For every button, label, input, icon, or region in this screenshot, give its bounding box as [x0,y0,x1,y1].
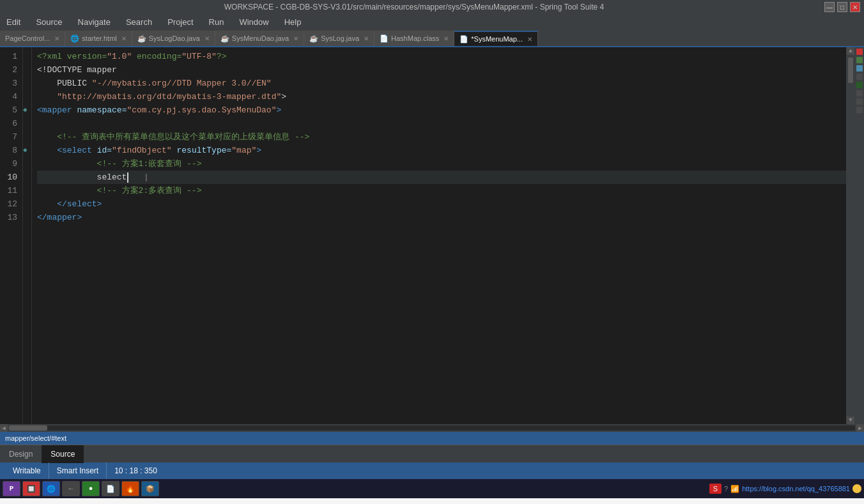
menu-bar: Edit Source Navigate Search Project Run … [0,14,864,29]
tab-syslogdao-icon: ☕ [137,34,146,43]
taskbar-btn-8-icon: 📦 [146,485,155,493]
title-bar-controls: — □ ✕ [824,2,860,12]
menu-navigate[interactable]: Navigate [74,16,114,28]
taskbar-btn-2[interactable]: 🔲 [22,481,40,496]
maximize-button[interactable]: □ [837,2,847,12]
minimize-button[interactable]: — [824,2,835,12]
breadcrumb-bar: mapper/select/#text [0,432,864,445]
menu-source[interactable]: Source [32,16,66,28]
status-smart-insert: Smart Insert [49,462,107,479]
taskbar: P 🔲 🌐 ← ● 📄 🔥 📦 S ? 📶 https://blog.csdn.… [0,479,864,498]
menu-run[interactable]: Run [205,16,228,28]
scroll-up-arrow[interactable]: ▲ [847,47,854,55]
taskbar-btn-2-icon: 🔲 [27,485,36,493]
scroll-right-arrow[interactable]: ▶ [856,424,864,432]
taskbar-btn-6[interactable]: 📄 [102,481,120,496]
panel-icon-red[interactable] [856,49,863,55]
right-side-panel [855,47,864,424]
panel-icon-gray1[interactable] [856,73,863,80]
menu-search[interactable]: Search [122,16,156,28]
taskbar-btn-7[interactable]: 🔥 [121,481,139,496]
line-num-9: 9 [3,157,17,171]
line-num-5: 5 [3,103,17,117]
status-writable: Writable [5,462,49,479]
taskbar-btn-5-icon: ● [89,485,93,493]
bottom-tab-design[interactable]: Design [0,445,42,463]
tab-syslogdao[interactable]: ☕ SysLogDao.java ✕ [132,31,215,46]
status-writable-text: Writable [13,466,41,475]
code-line-1: <?xml version="1.0" encoding="UTF-8"?> [37,50,846,63]
vertical-scrollbar[interactable]: ▲ ▼ [846,47,855,424]
breadcrumb-text: mapper/select/#text [5,434,66,442]
tab-hashmap-close[interactable]: ✕ [444,35,449,42]
tab-sysmenumapper[interactable]: 📄 *SysMenuMap... ✕ [454,31,538,46]
panel-icon-green2[interactable] [856,82,863,88]
tab-syslog-close[interactable]: ✕ [364,35,369,42]
gutter: ◆ ◆ [23,47,32,424]
scroll-down-arrow[interactable]: ▼ [847,416,854,424]
line-num-12: 12 [3,197,17,211]
status-smart-insert-text: Smart Insert [57,466,98,475]
panel-icon-green1[interactable] [856,57,863,63]
status-bar: Writable Smart Insert 10 : 18 : 350 [0,462,864,479]
line-num-1: 1 [3,50,17,63]
code-line-9: <!-- 方案1:嵌套查询 --> [37,157,846,171]
scroll-left-arrow[interactable]: ◀ [0,424,8,432]
tab-syslogdao-close[interactable]: ✕ [204,35,210,42]
taskbar-btn-5[interactable]: ● [82,481,100,496]
code-line-12: </select> [37,197,846,211]
tab-hashmap[interactable]: 📄 HashMap.class ✕ [374,31,454,46]
code-line-10: select | [37,171,846,184]
tab-sysmenudao-icon: ☕ [220,34,229,43]
title-bar: WORKSPACE - CGB-DB-SYS-V3.01/src/main/re… [0,0,864,14]
menu-help[interactable]: Help [281,16,305,28]
tab-sysmenumapper-close[interactable]: ✕ [527,36,532,43]
menu-project[interactable]: Project [164,16,197,28]
line-num-8: 8 [3,144,17,157]
tab-starter-html[interactable]: 🌐 starter.html ✕ [65,31,132,46]
h-scrollbar-thumb[interactable] [9,425,47,431]
tab-sysmenumapper-icon: 📄 [459,35,468,43]
code-line-7: <!-- 查询表中所有菜单信息以及这个菜单对应的上级菜单信息 --> [37,130,846,144]
tab-syslog[interactable]: ☕ SysLog.java ✕ [304,31,374,46]
tab-sysmenudao-label: SysMenuDao.java [232,34,289,42]
title-bar-text: WORKSPACE - CGB-DB-SYS-V3.01/src/main/re… [4,3,824,11]
taskbar-csdn-icon: S [709,484,721,494]
panel-icon-blue[interactable] [856,65,863,72]
panel-icon-gray4[interactable] [856,107,863,113]
menu-edit[interactable]: Edit [3,16,24,28]
tab-pagecontrol[interactable]: PageControl... ✕ [0,31,65,46]
tab-sysmenudao[interactable]: ☕ SysMenuDao.java ✕ [215,31,304,46]
taskbar-btn-7-icon: 🔥 [126,485,135,493]
tab-sysmenudao-close[interactable]: ✕ [293,35,298,42]
close-button[interactable]: ✕ [850,2,860,12]
status-position-text: 10 : 18 : 350 [114,466,157,475]
tab-sysmenumapper-label: *SysMenuMap... [471,35,523,43]
menu-window[interactable]: Window [235,16,272,28]
taskbar-url[interactable]: https://blog.csdn.net/qq_43765881 [742,485,850,493]
taskbar-btn-6-icon: 📄 [106,485,115,493]
panel-icon-gray3[interactable] [856,98,863,105]
scrollbar-thumb[interactable] [848,57,853,83]
line-num-6: 6 [3,117,17,130]
line-num-10: 10 [3,171,17,184]
tabs-bar: PageControl... ✕ 🌐 starter.html ✕ ☕ SysL… [0,29,864,47]
horizontal-scrollbar[interactable]: ◀ ▶ [0,424,864,432]
code-line-5: <mapper namespace="com.cy.pj.sys.dao.Sys… [37,103,846,117]
panel-icon-gray2[interactable] [856,90,863,96]
taskbar-btn-3[interactable]: 🌐 [42,481,60,496]
status-position: 10 : 18 : 350 [107,462,165,479]
line-num-4: 4 [3,90,17,103]
bottom-tab-source[interactable]: Source [42,445,84,463]
line-num-3: 3 [3,77,17,90]
tab-starter-html-close[interactable]: ✕ [121,35,127,42]
taskbar-btn-1[interactable]: P [3,481,20,496]
tab-pagecontrol-close[interactable]: ✕ [54,35,59,42]
taskbar-btn-4[interactable]: ← [62,481,80,496]
taskbar-help-icon: ? [724,485,728,493]
tab-pagecontrol-label: PageControl... [5,34,50,42]
tab-syslog-icon: ☕ [309,34,318,43]
code-editor[interactable]: <?xml version="1.0" encoding="UTF-8"?> <… [32,47,846,424]
taskbar-btn-8[interactable]: 📦 [141,481,159,496]
code-line-4: "http://mybatis.org/dtd/mybatis-3-mapper… [37,90,846,103]
